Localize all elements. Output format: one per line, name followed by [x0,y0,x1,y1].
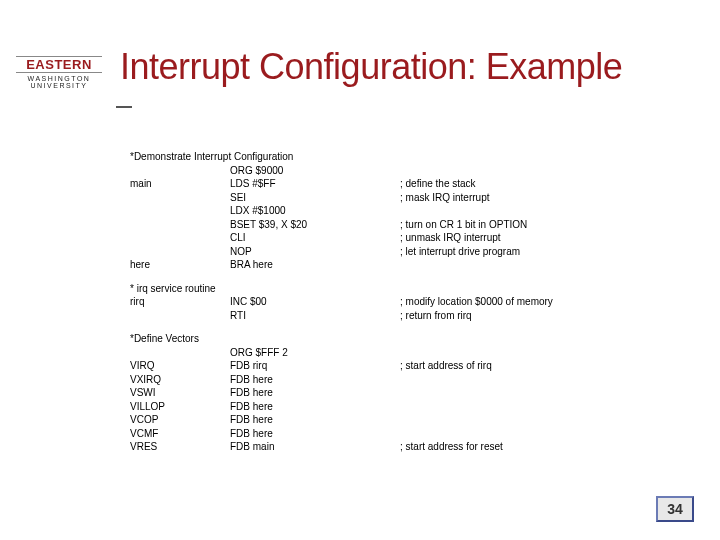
logo-subtitle: WASHINGTON UNIVERSITY [16,75,102,89]
section2-header: * irq service routine [130,282,230,296]
slide-title: Interrupt Configuration: Example [120,46,622,88]
university-logo: EASTERN WASHINGTON UNIVERSITY [16,56,102,89]
title-underline [116,106,132,108]
code-listing: *Demonstrate Interrupt Configuration ORG… [130,150,553,454]
logo-name: EASTERN [16,56,102,73]
page-number: 34 [656,496,694,522]
section3-header: *Define Vectors [130,332,230,346]
section1-header: *Demonstrate Interrupt Configuration [130,150,230,164]
